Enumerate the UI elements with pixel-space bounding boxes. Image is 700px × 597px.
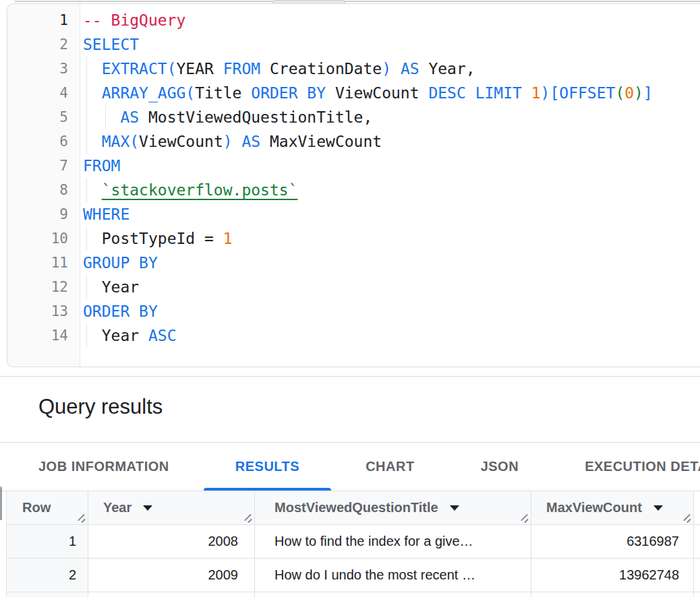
line-number: 5	[7, 105, 68, 129]
tab-results[interactable]: RESULTS	[204, 443, 331, 491]
code-token: )	[382, 60, 391, 77]
column-resize-handle[interactable]	[76, 511, 86, 522]
column-resize-handle[interactable]	[519, 511, 529, 522]
cell	[531, 592, 694, 597]
code-token: -- BigQuery	[83, 11, 185, 29]
code-token: )[	[541, 84, 560, 102]
column-resize-handle[interactable]	[681, 511, 692, 522]
code-line-12[interactable]: Year	[81, 275, 700, 299]
tab-chart[interactable]: CHART	[334, 443, 446, 491]
code-line-11[interactable]: GROUP BY	[81, 251, 700, 275]
indent-guide-line	[105, 105, 106, 129]
table-row: 12008How to find the index for a give…63…	[7, 525, 700, 559]
code-token: (	[615, 84, 624, 102]
indent-guide-line	[86, 129, 87, 154]
code-line-1[interactable]: -- BigQuery	[81, 8, 700, 32]
code-token: MAX	[102, 133, 130, 150]
code-token: YEAR	[177, 60, 223, 77]
code-line-6[interactable]: MAX(ViewCount) AS MaxViewCount	[81, 129, 700, 154]
code-line-5[interactable]: AS MostViewedQuestionTitle,	[81, 105, 700, 129]
code-token: AS	[233, 133, 270, 150]
code-line-10[interactable]: PostTypeId = 1	[81, 226, 700, 251]
code-token: GROUP BY	[83, 254, 158, 272]
code-area[interactable]: -- BigQuerySELECT EXTRACT(YEAR FROM Crea…	[81, 8, 700, 348]
code-token: AS	[120, 108, 148, 126]
code-token: PostTypeId =	[102, 230, 223, 247]
code-token: ]	[643, 84, 653, 102]
tab-json[interactable]: JSON	[449, 443, 550, 491]
code-token: 0	[624, 84, 634, 102]
code-token: Title	[195, 84, 251, 102]
active-tab-underline	[204, 488, 331, 491]
cell	[694, 592, 700, 597]
cell	[255, 592, 531, 597]
tab-label: RESULTS	[235, 459, 299, 474]
code-token: 1	[223, 230, 233, 247]
code-line-4[interactable]: ARRAY_AGG(Title ORDER BY ViewCount DESC …	[81, 81, 700, 105]
code-line-8[interactable]: `stackoverflow.posts`	[81, 178, 700, 202]
code-line-13[interactable]: ORDER BY	[81, 299, 700, 323]
line-number: 2	[7, 32, 68, 57]
code-token: Year	[102, 278, 139, 296]
line-number: 1	[7, 8, 68, 32]
code-line-9[interactable]: WHERE	[81, 202, 700, 226]
column-header-year[interactable]: Year	[88, 491, 255, 524]
code-token: WHERE	[83, 206, 129, 223]
editor-top-scrollbar-track	[15, 1, 700, 2]
code-token: Year,	[428, 60, 475, 77]
column-label: Year	[103, 500, 132, 515]
table-header-row: RowYearMostViewedQuestionTitleMaxViewCou…	[7, 491, 700, 525]
line-number: 9	[7, 202, 68, 226]
tab-execution-details[interactable]: EXECUTION DETAILS	[553, 443, 700, 491]
cell	[88, 592, 255, 597]
cell: 2009	[88, 559, 255, 592]
code-token: MaxViewCount	[270, 133, 382, 150]
cell: 2008	[88, 525, 255, 558]
code-line-2[interactable]: SELECT	[81, 32, 700, 57]
indent-guide-line	[86, 226, 87, 251]
column-header-row[interactable]: Row	[7, 491, 88, 524]
code-token: (	[129, 133, 139, 150]
cell: How to find the index for a give…	[255, 525, 531, 558]
line-number: 8	[7, 178, 68, 202]
code-token: )	[223, 133, 233, 150]
sql-editor[interactable]: 1234567891011121314 -- BigQuerySELECT EX…	[7, 3, 700, 367]
sort-caret-icon[interactable]	[653, 505, 663, 511]
code-token: MostViewedQuestionTitle,	[148, 108, 372, 126]
tab-label: JOB INFORMATION	[38, 459, 169, 474]
column-resize-handle[interactable]	[242, 511, 253, 522]
section-divider	[0, 376, 700, 377]
column-header-maxviewcount[interactable]: MaxViewCount	[531, 491, 694, 524]
code-token: SELECT	[83, 36, 139, 53]
column-label: MaxViewCount	[546, 500, 642, 515]
sort-caret-icon[interactable]	[143, 505, 152, 511]
code-token: EXTRACT	[102, 60, 167, 77]
column-header-mostviewedquestiontitle[interactable]: MostViewedQuestionTitle	[255, 491, 531, 524]
indent-guide-line	[86, 275, 87, 299]
code-line-14[interactable]: Year ASC	[81, 323, 700, 348]
code-token: ViewCount	[139, 133, 223, 150]
code-token: ORDER BY	[83, 303, 158, 320]
line-number: 3	[7, 57, 68, 81]
code-token: ViewCount	[335, 84, 428, 102]
code-line-7[interactable]: FROM	[81, 154, 700, 178]
indent-guide-line	[86, 323, 87, 348]
tab-job-information[interactable]: JOB INFORMATION	[7, 443, 201, 491]
line-number: 12	[7, 275, 68, 299]
tab-label: JSON	[481, 459, 519, 474]
indent-guide-line	[86, 178, 87, 202]
results-vertical-scrollbar-thumb[interactable]	[0, 486, 2, 520]
code-line-3[interactable]: EXTRACT(YEAR FROM CreationDate) AS Year,	[81, 57, 700, 81]
code-token: )	[634, 84, 643, 102]
code-token: FROM	[223, 60, 270, 77]
cell: 6316987	[531, 525, 694, 558]
indent-guide-line	[86, 57, 87, 81]
sort-caret-icon[interactable]	[450, 505, 459, 511]
line-number: 11	[7, 251, 68, 275]
cell: How do I undo the most recent …	[255, 559, 531, 592]
cell-filler	[694, 559, 700, 592]
code-token: 1	[531, 84, 541, 102]
column-header-filler	[694, 491, 700, 524]
line-number: 14	[7, 323, 68, 348]
code-token	[83, 108, 120, 126]
